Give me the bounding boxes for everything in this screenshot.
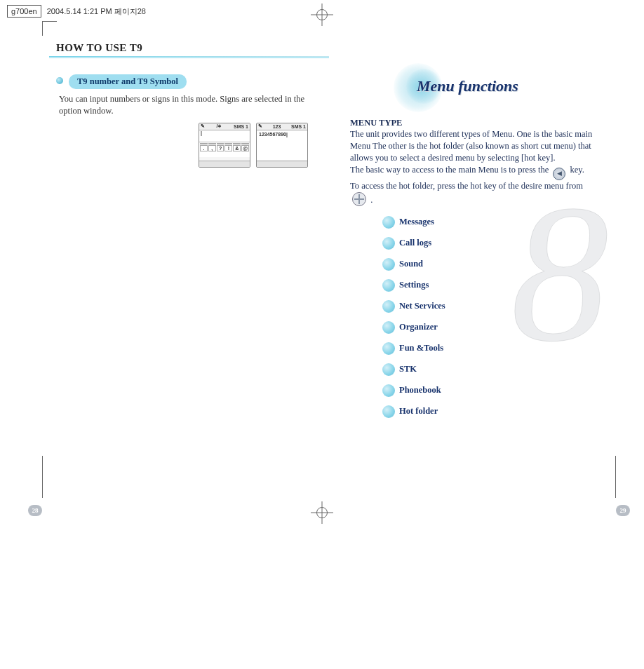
bullet-icon — [382, 384, 395, 397]
pencil-icon: ✎ — [201, 123, 205, 129]
subsection-pill: T9 number and T9 Symbol — [69, 74, 187, 89]
menu-item: Net Services — [382, 300, 602, 313]
page-number: 29 — [616, 505, 630, 516]
screen-body: 1234567890| — [257, 130, 307, 160]
mode-indicator: /∗ — [217, 123, 222, 129]
menu-item: Phonebook — [382, 384, 602, 397]
phone-screenshot-symbols: ✎ /∗ SMS 1 | .,?!&@ — [199, 123, 250, 168]
chapter-hero: Menu functions — [350, 70, 602, 105]
paragraph: The unit provides two different types of… — [350, 128, 602, 164]
symbol-cell — [224, 143, 232, 144]
symbol-cell: & — [233, 145, 241, 151]
menu-list: 8 MessagesCall logsSoundSettingsNet Serv… — [382, 216, 602, 418]
menu-item-label: Net Services — [399, 301, 445, 311]
pencil-icon: ✎ — [258, 123, 262, 129]
pill-label: T9 number and T9 Symbol — [77, 76, 178, 86]
menu-item-label: STK — [399, 364, 417, 374]
menu-key-icon: ◀ — [553, 168, 565, 180]
header-stamp: 2004.5.14 1:21 PM 페이지28 — [47, 6, 146, 17]
bullet-icon — [56, 77, 63, 84]
bullet-icon — [382, 321, 395, 334]
menu-item-label: Messages — [399, 217, 434, 227]
symbol-cell — [208, 143, 216, 144]
dpad-key-icon — [352, 192, 366, 206]
section-title: HOW TO USE T9 — [56, 42, 308, 54]
page-number: 28 — [28, 505, 42, 516]
symbol-cell: ! — [224, 145, 232, 151]
menu-item: STK — [382, 363, 602, 376]
title-label: SMS 1 — [291, 124, 306, 129]
menu-item-label: Settings — [399, 280, 429, 290]
mode-indicator: 123 — [273, 124, 281, 129]
menu-item: Settings — [382, 279, 602, 292]
menu-item-label: Hot folder — [399, 406, 438, 417]
bullet-icon — [382, 300, 395, 313]
menu-item-label: Fun &Tools — [399, 343, 443, 353]
paragraph: . — [350, 192, 602, 206]
menu-item-label: Sound — [399, 259, 423, 269]
text: key. — [570, 165, 584, 175]
symbol-cell: @ — [241, 145, 249, 151]
paragraph: To access the hot folder, press the hot … — [350, 180, 602, 192]
symbol-cell — [233, 143, 241, 144]
print-header: g700en 2004.5.14 1:21 PM 페이지28 — [7, 5, 146, 18]
menu-item: Hot folder — [382, 405, 602, 418]
title-label: SMS 1 — [234, 124, 248, 129]
screen-topbar: ✎ /∗ SMS 1 — [199, 123, 250, 130]
symbol-cell — [241, 143, 249, 144]
body-text: You can input numbers or signs in this m… — [59, 93, 308, 117]
bullet-icon — [382, 342, 395, 355]
text: The basic way to access to the main Menu… — [350, 165, 549, 175]
screen-body: | .,?!&@ — [199, 130, 250, 157]
header-file: g700en — [7, 5, 41, 18]
bullet-icon — [382, 405, 395, 418]
page-29: Menu functions MENU TYPE The unit provid… — [329, 28, 609, 508]
screen-softbar — [199, 161, 250, 167]
screen-topbar: ✎ 123 SMS 1 — [257, 123, 307, 130]
menu-item: Sound — [382, 258, 602, 271]
symbol-cell: ? — [217, 145, 224, 151]
menu-item-label: Organizer — [399, 322, 438, 332]
subhead: MENU TYPE — [350, 118, 602, 128]
page-spread: HOW TO USE T9 T9 number and T9 Symbol Yo… — [49, 28, 609, 508]
menu-item: Messages — [382, 216, 602, 229]
screen-text: 1234567890| — [259, 132, 288, 137]
paragraph: The basic way to access to the main Menu… — [350, 164, 602, 180]
bullet-icon — [382, 216, 395, 229]
symbol-cell — [217, 143, 224, 144]
screen-softbar — [257, 161, 307, 167]
symbol-cell: . — [200, 145, 208, 151]
menu-item: Organizer — [382, 321, 602, 334]
menu-item: Call logs — [382, 237, 602, 250]
bullet-icon — [382, 258, 395, 271]
symbol-cell — [200, 143, 208, 144]
menu-item-label: Phonebook — [399, 385, 441, 396]
chapter-title: Menu functions — [417, 77, 518, 95]
menu-item-label: Call logs — [399, 238, 431, 248]
page-28: HOW TO USE T9 T9 number and T9 Symbol Yo… — [49, 28, 329, 508]
menu-item: Fun &Tools — [382, 342, 602, 355]
bullet-icon — [382, 363, 395, 376]
phone-screenshot-numbers: ✎ 123 SMS 1 1234567890| — [256, 123, 308, 168]
screenshot-row: ✎ /∗ SMS 1 | .,?!&@ ✎ 123 SMS 1 — [56, 123, 308, 168]
text: . — [370, 195, 373, 205]
bullet-icon — [382, 279, 395, 292]
symbol-cell: , — [208, 145, 216, 151]
registration-mark — [314, 7, 330, 22]
bullet-icon — [382, 237, 395, 250]
